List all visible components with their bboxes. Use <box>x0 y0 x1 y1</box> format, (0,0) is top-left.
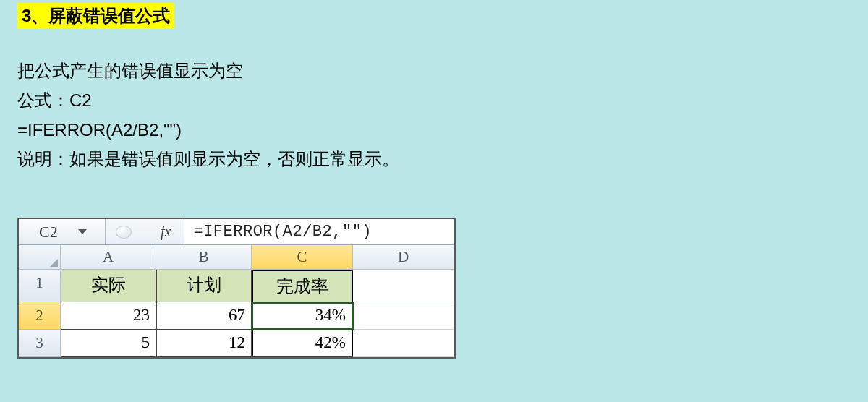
col-header-c[interactable]: C <box>252 245 353 270</box>
cell-a2[interactable]: 23 <box>61 302 156 330</box>
cancel-icon[interactable] <box>116 226 132 239</box>
cell-c3[interactable]: 42% <box>252 330 353 357</box>
cell-c1[interactable]: 完成率 <box>252 270 353 302</box>
desc-line-3: =IFERROR(A2/B2,"") <box>17 116 868 145</box>
cell-d3[interactable] <box>353 330 454 357</box>
fx-section: fx <box>106 219 184 244</box>
col-header-b[interactable]: B <box>156 245 252 270</box>
row-header-1[interactable]: 1 <box>19 270 61 302</box>
name-box[interactable]: C2 <box>19 219 106 244</box>
col-header-a[interactable]: A <box>61 245 156 270</box>
row-header-2[interactable]: 2 <box>19 302 61 330</box>
section-title: 3、屏蔽错误值公式 <box>17 3 174 29</box>
desc-line-2: 公式：C2 <box>17 86 868 116</box>
cell-b3[interactable]: 12 <box>156 330 252 357</box>
active-cell-ref: C2 <box>39 223 58 241</box>
cell-a1[interactable]: 实际 <box>61 270 156 302</box>
cell-c2[interactable]: 34% <box>252 302 353 330</box>
formula-input[interactable]: =IFERROR(A2/B2,″″) <box>184 219 454 244</box>
cell-d2[interactable] <box>353 302 454 330</box>
cell-d1[interactable] <box>353 270 454 302</box>
formula-bar: C2 fx =IFERROR(A2/B2,″″) <box>19 219 454 245</box>
dropdown-icon[interactable] <box>78 229 87 234</box>
spreadsheet: C2 fx =IFERROR(A2/B2,″″) A B C D 1 实际 计划… <box>17 218 456 359</box>
row-header-3[interactable]: 3 <box>19 330 61 357</box>
cell-a3[interactable]: 5 <box>61 330 156 357</box>
fx-icon[interactable]: fx <box>161 223 178 240</box>
cell-b1[interactable]: 计划 <box>156 270 252 302</box>
description-block: 把公式产生的错误值显示为空 公式：C2 =IFERROR(A2/B2,"") 说… <box>17 56 868 174</box>
cell-grid: A B C D 1 实际 计划 完成率 2 23 67 34% 3 5 12 4… <box>19 245 454 357</box>
select-all-corner[interactable] <box>19 245 61 270</box>
desc-line-4: 说明：如果是错误值则显示为空，否则正常显示。 <box>17 145 868 174</box>
col-header-d[interactable]: D <box>353 245 454 270</box>
desc-line-1: 把公式产生的错误值显示为空 <box>17 56 868 86</box>
cell-b2[interactable]: 67 <box>156 302 252 330</box>
